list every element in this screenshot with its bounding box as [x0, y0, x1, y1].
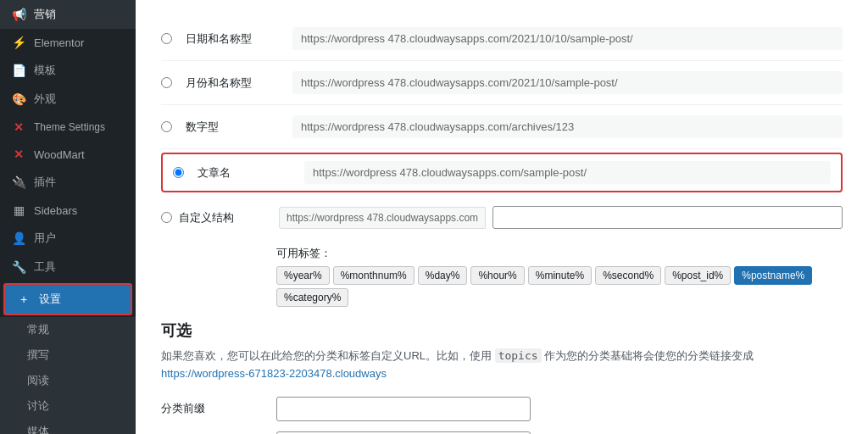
option-label-month-name: 月份和名称型 [186, 75, 279, 91]
sidebar-item-meiti[interactable]: 媒体 [0, 419, 136, 434]
option-url-post-name: https://wordpress 478.cloudwaysapps.com/… [304, 161, 831, 184]
option-label-numeric: 数字型 [186, 120, 279, 135]
sidebar-item-waiguan[interactable]: 🎨 外观 [0, 85, 136, 114]
radio-custom[interactable] [161, 212, 172, 223]
optional-desc: 如果您喜欢，您可以在此给您的分类和标签自定义URL。比如，使用 topics 作… [161, 348, 843, 383]
settings-submenu: 常规 撰写 阅读 讨论 媒体 固定链接 隐私 [0, 317, 136, 434]
sidebar: 📢 营销 ⚡ Elementor 📄 模板 🎨 外观 ✕ Theme Setti… [0, 0, 136, 434]
theme-settings-icon: ✕ [10, 120, 27, 134]
category-prefix-input[interactable] [276, 397, 531, 421]
sidebar-item-yuedu[interactable]: 阅读 [0, 368, 136, 393]
sidebar-item-elementor[interactable]: ⚡ Elementor [0, 29, 136, 56]
sidebar-item-gongju[interactable]: 🔧 工具 [0, 253, 136, 281]
tag-second[interactable]: %second% [595, 266, 661, 285]
tag-prefix-input[interactable] [276, 431, 531, 434]
radio-post-name[interactable] [173, 167, 184, 178]
sidebar-item-changgui[interactable]: 常规 [0, 317, 136, 342]
sidebar-item-moban[interactable]: 📄 模板 [0, 56, 136, 85]
sidebar-item-theme-settings[interactable]: ✕ Theme Settings [0, 114, 136, 141]
tag-year[interactable]: %year% [276, 266, 330, 285]
category-prefix-row: 分类前缀 [161, 397, 843, 421]
custom-structure-row: 自定义结构 https://wordpress 478.cloudwaysapp… [161, 196, 843, 239]
sidebar-item-chajian[interactable]: 🔌 插件 [0, 168, 136, 197]
optional-title: 可选 [161, 320, 843, 341]
tag-prefix-row: 标签前缀 [161, 431, 843, 434]
gongju-icon: 🔧 [10, 260, 27, 274]
tag-monthnum[interactable]: %monthnum% [333, 266, 415, 285]
option-url-date-name: https://wordpress 478.cloudwaysapps.com/… [292, 27, 843, 50]
tag-post-id[interactable]: %post_id% [665, 266, 731, 285]
elementor-icon: ⚡ [10, 36, 27, 49]
option-url-month-name: https://wordpress 478.cloudwaysapps.com/… [292, 71, 843, 94]
shezhi-icon: + [15, 292, 32, 306]
option-row-numeric: 数字型 https://wordpress 478.cloudwaysapps.… [161, 105, 843, 149]
option-row-month-name: 月份和名称型 https://wordpress 478.cloudwaysap… [161, 61, 843, 105]
sidebar-item-sidebars[interactable]: ▦ Sidebars [0, 197, 136, 224]
tag-day[interactable]: %day% [418, 266, 468, 285]
option-label-post-name: 文章名 [198, 165, 291, 181]
radio-numeric[interactable] [161, 121, 172, 132]
custom-url-input[interactable]: /%postname%/ [492, 206, 843, 229]
selected-permalink-row: 文章名 https://wordpress 478.cloudwaysapps.… [161, 153, 843, 192]
option-label-date-name: 日期和名称型 [186, 31, 279, 47]
custom-url-prefix: https://wordpress 478.cloudwaysapps.com [279, 207, 486, 229]
tags-container: %year% %monthnum% %day% %hour% %minute% … [276, 266, 843, 307]
tag-category[interactable]: %category% [276, 288, 348, 307]
woodmart-icon: ✕ [10, 147, 27, 161]
tags-label: 可用标签： [276, 246, 843, 261]
sidebars-icon: ▦ [10, 203, 27, 217]
main-content: 日期和名称型 https://wordpress 478.cloudwaysap… [136, 0, 868, 434]
sidebar-item-taolun[interactable]: 讨论 [0, 393, 136, 419]
category-prefix-label: 分类前缀 [161, 401, 263, 416]
tag-postname[interactable]: %postname% [734, 266, 812, 285]
yonghu-icon: 👤 [10, 231, 27, 245]
yingxiao-icon: 📢 [10, 8, 27, 21]
custom-label: 自定义结构 [179, 210, 272, 225]
optional-link: https://wordpress-671823-2203478.cloudwa… [161, 367, 387, 380]
option-url-numeric: https://wordpress 478.cloudwaysapps.com/… [292, 115, 843, 138]
chajian-icon: 🔌 [10, 175, 27, 189]
sidebar-item-yonghu[interactable]: 👤 用户 [0, 224, 136, 253]
sidebar-item-woodmart[interactable]: ✕ WoodMart [0, 141, 136, 168]
radio-month-name[interactable] [161, 77, 172, 88]
sidebar-item-yingxiao[interactable]: 📢 营销 [0, 0, 136, 29]
topics-code: topics [495, 348, 542, 363]
moban-icon: 📄 [10, 64, 27, 77]
waiguan-icon: 🎨 [10, 92, 27, 106]
tag-hour[interactable]: %hour% [470, 266, 524, 285]
option-row-date-name: 日期和名称型 https://wordpress 478.cloudwaysap… [161, 17, 843, 61]
sidebar-item-biexa[interactable]: 撰写 [0, 342, 136, 368]
tag-minute[interactable]: %minute% [528, 266, 592, 285]
sidebar-item-shezhi[interactable]: + 设置 [5, 285, 131, 314]
radio-date-name[interactable] [161, 33, 172, 44]
